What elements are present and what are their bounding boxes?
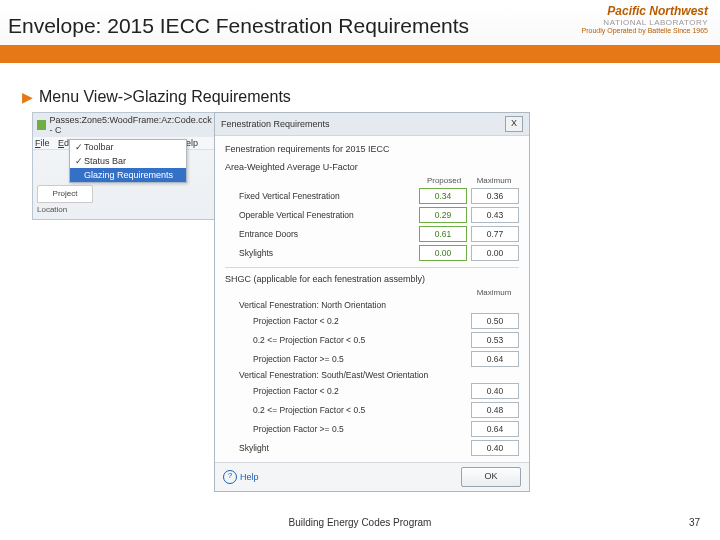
max-value: 0.48: [471, 402, 519, 418]
table-row: 0.2 <= Projection Factor < 0.50.53: [225, 332, 519, 348]
max-value: 0.43: [471, 207, 519, 223]
max-value: 0.00: [471, 245, 519, 261]
max-value: 0.64: [471, 421, 519, 437]
shgc-section-title: SHGC (applicable for each fenestration a…: [225, 274, 519, 284]
max-value: 0.53: [471, 332, 519, 348]
dialog-title-text: Fenestration Requirements: [221, 119, 330, 129]
max-value: 0.77: [471, 226, 519, 242]
col-proposed: Proposed: [419, 176, 469, 185]
bullet-arrow-icon: ▶: [22, 89, 33, 105]
dialog-footer: ? Help OK: [215, 462, 529, 491]
group-row: Vertical Fenestration: South/East/West O…: [225, 370, 519, 380]
proposed-value: 0.29: [419, 207, 467, 223]
group-row: Vertical Fenestration: North Orientation: [225, 300, 519, 310]
ufactor-section-title: Area-Weighted Average U-Factor: [225, 162, 519, 172]
app-main-window: Passes:Zone5:WoodFrame:Az:Code.cck - C F…: [32, 112, 222, 220]
help-icon: ?: [223, 470, 237, 484]
page-number: 37: [689, 517, 700, 528]
col-maximum: Maximum: [469, 288, 519, 297]
dialog-body: Fenestration requirements for 2015 IECC …: [215, 136, 529, 467]
ok-button[interactable]: OK: [461, 467, 521, 487]
table-row: Projection Factor >= 0.50.64: [225, 351, 519, 367]
logo-line1: Pacific Northwest: [582, 4, 708, 18]
max-value: 0.50: [471, 313, 519, 329]
app-icon: [37, 120, 46, 130]
svg-rect-0: [37, 120, 46, 130]
table-row: Skylight0.40: [225, 440, 519, 456]
check-icon: ✓: [74, 142, 84, 152]
window-title-bar: Passes:Zone5:WoodFrame:Az:Code.cck - C: [33, 113, 221, 137]
view-dropdown[interactable]: ✓Toolbar ✓Status Bar Glazing Requirement…: [69, 139, 187, 183]
bullet-text: Menu View->Glazing Requirements: [39, 88, 291, 105]
dropdown-statusbar[interactable]: ✓Status Bar: [70, 154, 186, 168]
dialog-header-text: Fenestration requirements for 2015 IECC: [225, 144, 519, 154]
proposed-value: 0.00: [419, 245, 467, 261]
proposed-value: 0.61: [419, 226, 467, 242]
app-screenshot-region: Passes:Zone5:WoodFrame:Az:Code.cck - C F…: [32, 112, 530, 494]
table-row: Projection Factor < 0.20.40: [225, 383, 519, 399]
slide-footer: Building Energy Codes Program: [0, 517, 720, 528]
fenestration-dialog: Fenestration Requirements X Fenestration…: [214, 112, 530, 492]
help-link[interactable]: ? Help: [223, 470, 259, 484]
dropdown-glazing[interactable]: Glazing Requirements: [70, 168, 186, 182]
shgc-column-headers: Maximum: [225, 288, 519, 297]
max-value: 0.36: [471, 188, 519, 204]
orange-band: [0, 45, 720, 63]
dropdown-toolbar[interactable]: ✓Toolbar: [70, 140, 186, 154]
table-row: Projection Factor < 0.20.50: [225, 313, 519, 329]
logo-line3: Proudly Operated by Battelle Since 1965: [582, 27, 708, 34]
location-label: Location: [37, 205, 67, 214]
dialog-title-bar: Fenestration Requirements X: [215, 113, 529, 136]
table-row: 0.2 <= Projection Factor < 0.50.48: [225, 402, 519, 418]
bullet-line: ▶Menu View->Glazing Requirements: [22, 88, 291, 106]
proposed-value: 0.34: [419, 188, 467, 204]
ufactor-column-headers: Proposed Maximum: [225, 176, 519, 185]
logo-line2: NATIONAL LABORATORY: [582, 18, 708, 27]
table-row: Fixed Vertical Fenestration0.340.36: [225, 188, 519, 204]
slide-title: Envelope: 2015 IECC Fenestration Require…: [8, 14, 469, 38]
max-value: 0.40: [471, 383, 519, 399]
max-value: 0.40: [471, 440, 519, 456]
help-label: Help: [240, 472, 259, 482]
close-button[interactable]: X: [505, 116, 523, 132]
lab-logo: Pacific Northwest NATIONAL LABORATORY Pr…: [582, 4, 708, 34]
max-value: 0.64: [471, 351, 519, 367]
slide-header: Envelope: 2015 IECC Fenestration Require…: [0, 0, 720, 63]
menu-file[interactable]: FFileile: [35, 138, 50, 148]
col-maximum: Maximum: [469, 176, 519, 185]
table-row: Entrance Doors0.610.77: [225, 226, 519, 242]
divider: [225, 267, 519, 268]
project-tab[interactable]: Project: [37, 185, 93, 203]
window-title-text: Passes:Zone5:WoodFrame:Az:Code.cck - C: [49, 115, 217, 135]
table-row: Operable Vertical Fenestration0.290.43: [225, 207, 519, 223]
table-row: Skylights0.000.00: [225, 245, 519, 261]
table-row: Projection Factor >= 0.50.64: [225, 421, 519, 437]
check-icon: ✓: [74, 156, 84, 166]
